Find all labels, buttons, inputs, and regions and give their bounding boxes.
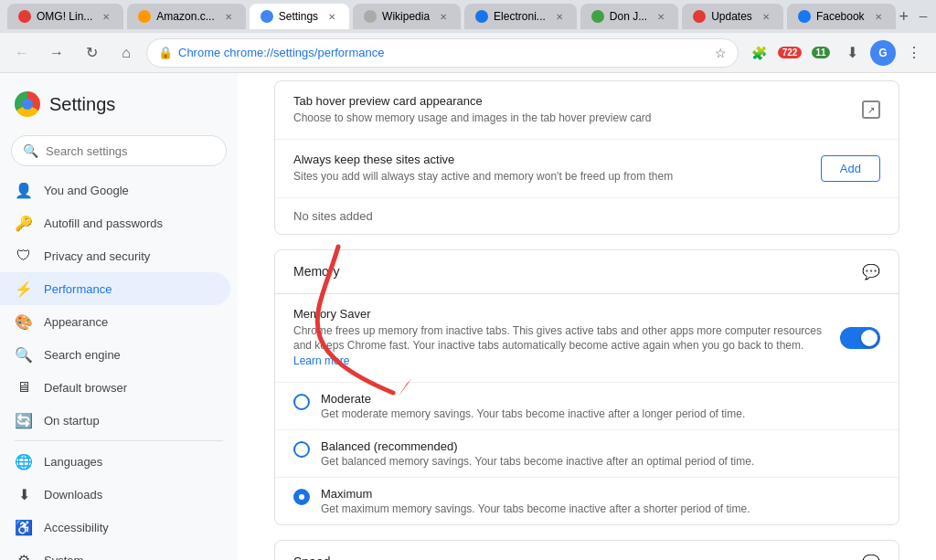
search-bar[interactable]: 🔍 (11, 135, 227, 166)
tab-settings-label: Settings (279, 10, 318, 23)
tab-hover-text: Tab hover preview card appearance Choose… (293, 94, 847, 126)
memory-option-moderate[interactable]: Moderate Get moderate memory savings. Yo… (275, 383, 899, 430)
external-link-icon[interactable] (862, 100, 880, 119)
tab-electronics-favicon (475, 10, 488, 23)
tab-electronics-label: Electroni... (494, 10, 546, 23)
sidebar-item-search-engine[interactable]: 🔍 Search engine (0, 338, 230, 371)
autofill-label: Autofill and passwords (44, 217, 163, 230)
appearance-icon: 🎨 (15, 312, 33, 331)
tab-hover-card: Tab hover preview card appearance Choose… (274, 80, 899, 235)
tab-hover-section: Tab hover preview card appearance Choose… (274, 80, 899, 235)
sidebar-item-appearance[interactable]: 🎨 Appearance (0, 305, 230, 338)
menu-button[interactable]: ⋮ (899, 38, 929, 68)
tab-omg-close[interactable]: ✕ (100, 10, 112, 23)
accessibility-icon: ♿ (15, 518, 33, 536)
forward-button[interactable]: → (42, 38, 71, 68)
tab-donj[interactable]: Don J... ✕ (580, 4, 678, 29)
tab-updates-close[interactable]: ✕ (760, 10, 772, 23)
sidebar-item-system[interactable]: ⚙ System (0, 544, 230, 560)
sidebar: Settings 🔍 👤 You and Google 🔑 Autofill a… (0, 73, 238, 560)
tab-wiki[interactable]: Wikipedia ✕ (353, 4, 461, 29)
tab-facebook-close[interactable]: ✕ (872, 10, 885, 23)
autofill-icon: 🔑 (15, 214, 33, 232)
speed-feedback-icon[interactable]: 💬 (862, 554, 880, 560)
download-toolbar-icon[interactable]: ⬇ (837, 38, 867, 68)
tab-amazon-favicon (138, 10, 151, 23)
balanced-radio[interactable] (293, 441, 310, 458)
window-controls: ─ ⧉ ✕ (912, 5, 936, 27)
moderate-desc: Get moderate memory savings. Your tabs b… (321, 407, 745, 420)
on-startup-label: On startup (44, 414, 100, 428)
title-bar: OMG! Lin... ✕ Amazon.c... ✕ Settings ✕ W… (0, 0, 936, 33)
moderate-radio[interactable] (293, 394, 310, 410)
content-inner: Tab hover preview card appearance Choose… (238, 80, 936, 560)
address-text: Chrome chrome://settings/performance (178, 46, 709, 59)
notification-icon[interactable]: 11 (806, 38, 835, 68)
sidebar-header: Settings (0, 80, 238, 128)
you-google-icon: 👤 (15, 181, 33, 199)
tab-wiki-close[interactable]: ✕ (437, 10, 450, 23)
memory-saver-title: Memory Saver (293, 307, 825, 321)
tab-hover-row: Tab hover preview card appearance Choose… (275, 81, 899, 140)
tab-donj-close[interactable]: ✕ (654, 10, 667, 23)
sidebar-item-autofill[interactable]: 🔑 Autofill and passwords (0, 206, 230, 239)
sidebar-item-on-startup[interactable]: 🔄 On startup (0, 404, 230, 437)
maximum-title: Maximum (321, 487, 750, 501)
tab-settings-close[interactable]: ✕ (325, 10, 338, 23)
performance-icon: ⚡ (15, 280, 33, 298)
address-bar[interactable]: 🔒 Chrome chrome://settings/performance ☆ (146, 38, 739, 68)
tab-settings[interactable]: Settings ✕ (250, 4, 349, 29)
balanced-title: Balanced (recommended) (321, 439, 754, 453)
tab-omg-favicon (18, 10, 31, 23)
always-active-desc: Sites you add will always stay active an… (293, 169, 806, 185)
tab-omg[interactable]: OMG! Lin... ✕ (7, 4, 123, 29)
memory-saver-toggle[interactable] (840, 327, 880, 349)
refresh-button[interactable]: ↻ (77, 38, 106, 68)
tab-amazon[interactable]: Amazon.c... ✕ (127, 4, 245, 29)
sidebar-item-you-google[interactable]: 👤 You and Google (0, 174, 230, 206)
sidebar-item-languages[interactable]: 🌐 Languages (0, 445, 230, 478)
moderate-text: Moderate Get moderate memory savings. Yo… (321, 392, 745, 420)
memory-header: Memory 💬 (275, 250, 899, 294)
tab-updates-favicon (693, 10, 706, 23)
home-button[interactable]: ⌂ (112, 38, 141, 68)
tab-electronics[interactable]: Electroni... ✕ (464, 4, 577, 29)
tab-hover-control[interactable] (862, 100, 880, 119)
sidebar-item-default-browser[interactable]: 🖥 Default browser (0, 371, 230, 404)
search-engine-icon: 🔍 (15, 345, 33, 364)
maximum-radio[interactable] (293, 489, 310, 505)
tab-wiki-label: Wikipedia (382, 10, 430, 23)
profile-icon[interactable]: 722 (775, 38, 804, 68)
memory-option-balanced[interactable]: Balanced (recommended) Get balanced memo… (275, 430, 899, 478)
languages-label: Languages (44, 455, 102, 469)
extensions-icon[interactable]: 🧩 (744, 38, 773, 68)
minimize-button[interactable]: ─ (912, 5, 934, 27)
tab-electronics-close[interactable]: ✕ (553, 10, 566, 23)
appearance-label: Appearance (44, 315, 108, 329)
sidebar-item-privacy[interactable]: 🛡 Privacy and security (0, 239, 230, 272)
tab-facebook[interactable]: Facebook ✕ (787, 4, 896, 29)
memory-option-maximum[interactable]: Maximum Get maximum memory savings. Your… (275, 478, 899, 524)
tab-omg-label: OMG! Lin... (37, 10, 92, 23)
back-button[interactable]: ← (7, 38, 37, 68)
sidebar-item-downloads[interactable]: ⬇ Downloads (0, 478, 230, 511)
default-browser-label: Default browser (44, 381, 127, 395)
tab-amazon-close[interactable]: ✕ (222, 10, 235, 23)
tab-updates[interactable]: Updates ✕ (682, 4, 783, 29)
memory-feedback-icon[interactable]: 💬 (862, 263, 880, 280)
sidebar-item-accessibility[interactable]: ♿ Accessibility (0, 511, 230, 544)
green-badge: 11 (812, 47, 829, 58)
memory-learn-more-link[interactable]: Learn more (293, 354, 349, 367)
tab-hover-title: Tab hover preview card appearance (293, 94, 847, 108)
new-tab-button[interactable]: + (899, 4, 909, 29)
star-icon[interactable]: ☆ (715, 46, 727, 60)
tab-donj-favicon (591, 10, 604, 23)
tab-settings-favicon (261, 10, 273, 23)
search-input[interactable] (46, 144, 215, 158)
memory-saver-toggle-control[interactable] (840, 327, 880, 349)
sidebar-item-performance[interactable]: ⚡ Performance (0, 272, 230, 305)
add-button-control[interactable]: Add (821, 155, 880, 182)
profile-avatar[interactable]: G (868, 38, 898, 68)
sidebar-title: Settings (49, 94, 115, 115)
add-button[interactable]: Add (821, 155, 880, 182)
